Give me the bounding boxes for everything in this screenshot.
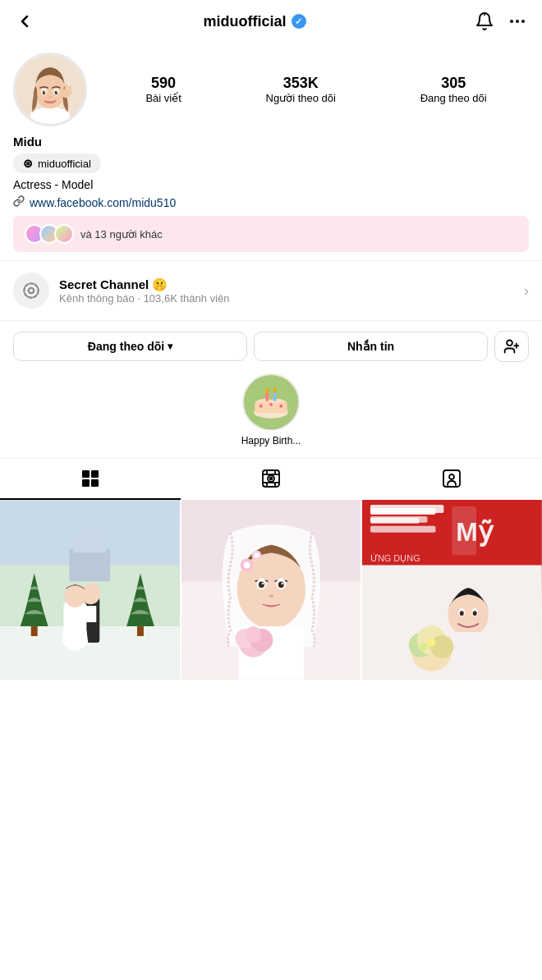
story-label: Happy Birth...: [241, 435, 301, 446]
svg-rect-89: [370, 505, 443, 513]
svg-point-73: [278, 581, 283, 588]
tab-reels[interactable]: [181, 459, 361, 500]
follower-avatar-3: [54, 224, 74, 244]
svg-point-30: [273, 388, 277, 393]
tab-tagged[interactable]: [361, 459, 542, 500]
profile-name: Midu: [13, 135, 529, 149]
svg-point-84: [245, 626, 261, 643]
channel-icon: [13, 272, 49, 309]
svg-rect-35: [91, 470, 99, 478]
svg-point-11: [43, 90, 46, 94]
profile-info: Midu ⊛ miduofficial Actress - Model www.…: [13, 135, 529, 252]
threads-handle: miduofficial: [38, 158, 91, 170]
profile-bio: Actress - Model: [13, 178, 529, 191]
story-image: [244, 375, 298, 429]
following-label: Đang theo dõi: [420, 92, 487, 104]
channel-subtitle: Kênh thông báo · 103,6K thành viên: [59, 292, 514, 305]
svg-rect-34: [82, 470, 90, 478]
svg-text:ỨNG DỤNG: ỨNG DỤNG: [370, 553, 420, 564]
svg-point-105: [428, 639, 436, 647]
posts-label: Bài viết: [145, 92, 181, 104]
svg-point-95: [448, 591, 489, 637]
more-button[interactable]: [508, 11, 527, 31]
chevron-down-icon: ▾: [168, 341, 172, 352]
svg-point-21: [507, 341, 512, 346]
back-button[interactable]: [15, 11, 34, 31]
followers-count: 353K: [283, 75, 319, 92]
svg-rect-36: [82, 479, 90, 487]
profile-section: 590 Bài viết 353K Người theo dõi 305 Đan…: [0, 43, 542, 252]
story-item[interactable]: Happy Birth...: [13, 373, 529, 446]
tab-grid[interactable]: [0, 459, 181, 500]
followers-preview-label: và 13 người khác: [80, 228, 163, 240]
header-icons: [475, 11, 527, 31]
profile-link[interactable]: www.facebook.com/midu510: [13, 195, 529, 209]
svg-point-77: [243, 562, 250, 569]
channel-info: Secret Channel 🤫 Kênh thông báo · 103,6K…: [59, 277, 514, 305]
photo-grid: Mỹ ỨNG DỤNG: [0, 500, 542, 680]
message-label: Nhắn tin: [347, 340, 394, 353]
following-stat[interactable]: 305 Đang theo dõi: [420, 75, 487, 104]
svg-point-100: [473, 611, 477, 616]
header: miduofficial ✓: [0, 0, 542, 43]
threads-icon: ⊛: [23, 157, 33, 170]
notification-button[interactable]: [475, 11, 494, 31]
posts-count: 590: [151, 75, 176, 92]
avatar-image: [16, 55, 85, 124]
svg-rect-57: [137, 626, 144, 636]
svg-point-70: [259, 581, 264, 588]
svg-rect-47: [443, 470, 460, 487]
photo-cell-3[interactable]: Mỹ ỨNG DỤNG: [362, 500, 542, 680]
tab-bar: [0, 458, 542, 500]
following-count: 305: [441, 75, 466, 92]
story-circle[interactable]: [242, 373, 300, 431]
header-center: miduofficial ✓: [203, 13, 305, 30]
svg-rect-28: [273, 392, 277, 401]
svg-rect-65: [73, 533, 106, 553]
verified-badge: ✓: [292, 14, 306, 29]
svg-point-33: [279, 405, 282, 408]
header-username: miduofficial: [203, 13, 286, 30]
svg-point-13: [44, 91, 45, 92]
svg-rect-18: [68, 85, 71, 94]
add-friend-button[interactable]: [494, 331, 529, 362]
svg-text:Mỹ: Mỹ: [457, 517, 494, 547]
svg-rect-90: [370, 516, 428, 523]
svg-point-3: [521, 20, 525, 23]
followers-stat[interactable]: 353K Người theo dõi: [266, 75, 336, 104]
svg-point-20: [24, 283, 38, 297]
svg-point-48: [449, 474, 454, 479]
profile-top: 590 Bài viết 353K Người theo dõi 305 Đan…: [13, 53, 529, 126]
secret-channel[interactable]: Secret Channel 🤫 Kênh thông báo · 103,6K…: [0, 260, 542, 321]
svg-rect-64: [69, 549, 110, 582]
posts-stat[interactable]: 590 Bài viết: [145, 75, 181, 104]
followers-preview[interactable]: và 13 người khác: [13, 216, 529, 252]
followers-preview-text: và 13 người khác: [80, 228, 163, 240]
svg-rect-54: [31, 626, 38, 636]
svg-point-74: [281, 583, 282, 584]
svg-point-14: [56, 91, 57, 92]
photo-cell-2[interactable]: [181, 500, 361, 680]
message-button[interactable]: Nhắn tin: [254, 332, 488, 361]
stories-section: Happy Birth...: [0, 373, 542, 458]
svg-point-63: [65, 584, 86, 607]
photo-cell-1[interactable]: [0, 500, 180, 680]
svg-point-104: [431, 635, 454, 658]
channel-name: Secret Channel 🤫: [59, 277, 514, 292]
followers-label: Người theo dõi: [266, 92, 336, 104]
follow-label: Đang theo dõi: [88, 340, 164, 353]
svg-point-71: [261, 583, 263, 584]
svg-point-31: [260, 405, 263, 408]
svg-point-106: [420, 643, 427, 650]
svg-point-40: [270, 478, 273, 480]
svg-rect-37: [91, 479, 99, 487]
follow-button[interactable]: Đang theo dõi ▾: [13, 332, 247, 361]
svg-point-12: [55, 90, 58, 94]
svg-point-79: [254, 553, 259, 558]
svg-point-1: [510, 20, 513, 23]
avatar[interactable]: [13, 53, 87, 126]
threads-badge[interactable]: ⊛ miduofficial: [13, 153, 101, 173]
svg-point-32: [269, 403, 273, 406]
svg-point-2: [516, 20, 519, 23]
follower-avatars: [25, 224, 74, 244]
